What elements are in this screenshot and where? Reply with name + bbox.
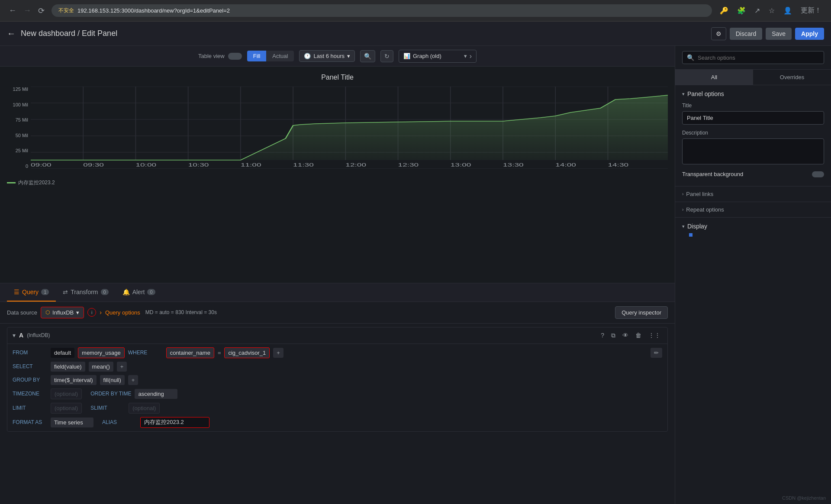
settings-button[interactable]: ⚙ — [711, 27, 726, 40]
query-inspector-button[interactable]: Query inspector — [615, 306, 668, 319]
tab-alert[interactable]: 🔔 Alert 0 — [116, 283, 162, 302]
query-options-link[interactable]: Query options — [105, 309, 140, 316]
apply-button[interactable]: Apply — [795, 28, 824, 40]
row-help-btn[interactable]: ? — [599, 331, 606, 340]
select-add-btn[interactable]: + — [117, 362, 127, 372]
repeat-options-label: Repeat options — [686, 206, 724, 213]
svg-text:14:00: 14:00 — [555, 162, 576, 167]
tab-overrides[interactable]: Overrides — [753, 70, 831, 85]
svg-text:10:30: 10:30 — [188, 162, 209, 167]
query-tab-icon: ☰ — [14, 289, 19, 295]
slimit-label: SLIMIT — [90, 405, 125, 411]
repeat-options-row[interactable]: › Repeat options — [675, 202, 831, 218]
y-label-0: 0 — [26, 164, 28, 169]
panel-options-title: Panel options — [687, 90, 724, 97]
format-select[interactable]: Time series Table — [51, 417, 93, 427]
browser-nav[interactable]: ← → ⟳ — [7, 4, 46, 17]
description-label: Description — [682, 130, 824, 136]
row-copy-btn[interactable]: ⧉ — [609, 331, 617, 340]
tab-all[interactable]: All — [675, 70, 753, 85]
header-actions: ⚙ Discard Save Apply — [711, 27, 824, 40]
where-add-btn[interactable]: + — [273, 348, 283, 358]
groupby-fill[interactable]: fill(null) — [100, 375, 125, 385]
row-label: A — [19, 332, 23, 339]
select-func[interactable]: mean() — [89, 362, 113, 372]
title-input[interactable] — [682, 111, 824, 125]
datasource-label: Data source — [7, 309, 37, 316]
from-value: default — [51, 348, 74, 358]
chart-svg: 09:00 09:30 10:00 10:30 11:00 11:30 12:0… — [31, 87, 668, 169]
fill-button[interactable]: Fill — [247, 51, 267, 61]
query-tab-label: Query — [22, 289, 39, 295]
svg-text:10:00: 10:00 — [135, 162, 156, 167]
address-bar[interactable]: 不安全 192.168.153.125:3000/dashboard/new?o… — [52, 4, 712, 17]
update-button[interactable]: 更新！ — [798, 4, 824, 17]
bookmark-btn[interactable]: ☆ — [766, 5, 777, 16]
groupby-time[interactable]: time($_interval) — [51, 375, 97, 385]
visualization-selector[interactable]: 📊 Graph (old) ▾ › — [399, 50, 477, 63]
format-label: FORMAT AS — [13, 419, 47, 425]
row-hide-btn[interactable]: 👁 — [621, 331, 630, 340]
display-header[interactable]: ▾ Display — [682, 223, 824, 230]
back-nav-btn[interactable]: ← — [7, 4, 18, 17]
actual-button[interactable]: Actual — [266, 51, 294, 61]
tab-query[interactable]: ☰ Query 1 — [7, 283, 56, 302]
datasource-name: InfluxDB — [52, 309, 74, 316]
edit-query-btn[interactable]: ✏ — [651, 348, 662, 358]
title-field: Title — [682, 103, 824, 125]
transparent-bg-toggle[interactable] — [812, 171, 824, 177]
where-val-tag[interactable]: cig_cadvisor_1 — [224, 347, 270, 358]
reload-nav-btn[interactable]: ⟳ — [36, 4, 46, 17]
slimit-input[interactable]: (optional) — [129, 403, 160, 414]
refresh-button[interactable]: ↻ — [380, 50, 393, 62]
time-range-picker[interactable]: 🕐 Last 6 hours ▾ — [299, 50, 355, 62]
alert-tab-badge: 0 — [147, 289, 155, 295]
table-view-switch[interactable] — [228, 53, 242, 60]
tab-transform[interactable]: ⇄ Transform 0 — [56, 283, 115, 302]
panel-links-row[interactable]: › Panel links — [675, 186, 831, 202]
chart-plot: 09:00 09:30 10:00 10:30 11:00 11:30 12:0… — [31, 87, 668, 169]
description-field: Description — [682, 130, 824, 166]
row-collapse-icon[interactable]: ▾ — [13, 332, 16, 339]
select-field[interactable]: field(value) — [51, 362, 85, 372]
timezone-input[interactable]: (optional) — [51, 388, 82, 399]
svg-text:09:30: 09:30 — [83, 162, 104, 167]
row-delete-btn[interactable]: 🗑 — [634, 331, 643, 340]
measurement-tag[interactable]: memory_usage — [78, 347, 125, 358]
datasource-select[interactable]: ⬡ InfluxDB ▾ — [41, 307, 84, 318]
profile-btn[interactable]: 👤 — [781, 5, 795, 16]
panel-toolbar: Table view Fill Actual 🕐 Last 6 hours ▾ … — [0, 46, 675, 67]
transform-tab-badge: 0 — [101, 289, 109, 295]
row-drag-btn[interactable]: ⋮⋮ — [647, 331, 662, 340]
alert-tab-label: Alert — [132, 289, 145, 295]
panel-options-chevron: ▾ — [682, 91, 685, 97]
search-box[interactable]: 🔍 — [682, 51, 824, 64]
limit-input[interactable]: (optional) — [51, 403, 82, 414]
discard-button[interactable]: Discard — [730, 28, 762, 40]
svg-text:09:00: 09:00 — [31, 162, 52, 167]
transform-tab-icon: ⇄ — [63, 289, 68, 295]
zoom-out-button[interactable]: 🔍 — [360, 50, 375, 62]
description-textarea[interactable] — [682, 138, 824, 164]
search-input[interactable] — [698, 55, 819, 61]
forward-nav-btn[interactable]: → — [22, 4, 33, 17]
key-icon-btn[interactable]: 🔑 — [717, 5, 731, 16]
panel-options-header[interactable]: ▾ Panel options — [682, 90, 824, 97]
row-sublabel: (InfluxDB) — [27, 332, 50, 338]
main-layout: Table view Fill Actual 🕐 Last 6 hours ▾ … — [0, 46, 831, 504]
groupby-add-btn[interactable]: + — [128, 375, 138, 385]
table-view-toggle[interactable]: Table view — [198, 53, 242, 60]
where-key-tag[interactable]: container_name — [166, 347, 214, 358]
alias-input[interactable] — [140, 417, 209, 428]
svg-text:12:30: 12:30 — [398, 162, 419, 167]
svg-text:11:30: 11:30 — [293, 162, 314, 167]
back-button[interactable]: ← — [7, 29, 16, 39]
save-button[interactable]: Save — [766, 28, 792, 40]
share-btn[interactable]: ↗ — [752, 5, 763, 16]
orderby-select[interactable]: ascending descending — [135, 389, 177, 399]
table-view-label: Table view — [198, 53, 225, 59]
app-header: ← New dashboard / Edit Panel ⚙ Discard S… — [0, 22, 831, 46]
graph-selector-expand: › — [470, 52, 472, 60]
info-icon[interactable]: i — [87, 308, 96, 317]
extensions-btn[interactable]: 🧩 — [734, 5, 748, 16]
